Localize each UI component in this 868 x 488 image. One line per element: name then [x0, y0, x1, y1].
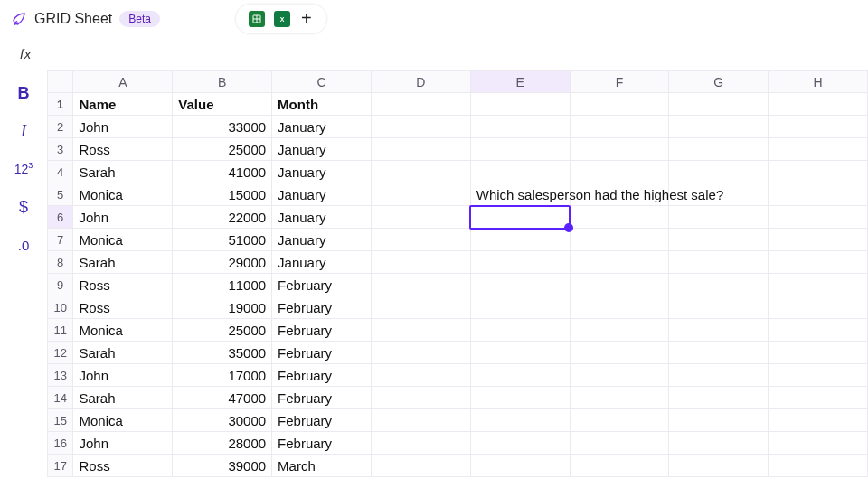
italic-button[interactable]: I: [8, 117, 39, 145]
row-header[interactable]: 17: [48, 455, 73, 477]
cell-F11[interactable]: [570, 319, 669, 342]
cell-A13[interactable]: John: [73, 364, 173, 387]
cell-C15[interactable]: February: [272, 409, 372, 432]
row-header[interactable]: 3: [48, 138, 73, 161]
cell-D11[interactable]: [371, 319, 470, 342]
cell-E10[interactable]: [470, 296, 570, 319]
cell-A3[interactable]: Ross: [73, 138, 173, 161]
cell-F14[interactable]: [570, 387, 669, 409]
cell-G10[interactable]: [669, 296, 769, 319]
cell-D9[interactable]: [371, 274, 470, 296]
cell-F15[interactable]: [570, 409, 669, 432]
cell-B6[interactable]: 22000: [173, 206, 272, 229]
cell-A2[interactable]: John: [73, 116, 173, 138]
cell-E3[interactable]: [470, 138, 570, 161]
cell-E5[interactable]: Which salesperson had the highest sale?: [470, 183, 570, 206]
cell-F4[interactable]: [570, 161, 669, 183]
cell-E13[interactable]: [470, 364, 570, 387]
cell-H8[interactable]: [769, 251, 868, 274]
row-header[interactable]: 4: [48, 161, 73, 183]
cell-H14[interactable]: [769, 387, 868, 409]
cell-B17[interactable]: 39000: [173, 455, 272, 477]
cell-E12[interactable]: [470, 342, 570, 364]
cell-B11[interactable]: 25000: [173, 319, 272, 342]
cell-E1[interactable]: [470, 93, 570, 116]
cell-D10[interactable]: [371, 296, 470, 319]
cell-C4[interactable]: January: [272, 161, 372, 183]
cell-A11[interactable]: Monica: [73, 319, 173, 342]
number-format-button[interactable]: 123: [8, 155, 39, 183]
cell-C13[interactable]: February: [272, 364, 372, 387]
cell-E2[interactable]: [470, 116, 570, 138]
cell-F9[interactable]: [570, 274, 669, 296]
select-all-corner[interactable]: [48, 71, 73, 93]
spreadsheet-grid[interactable]: A B C D E F G H 1NameValueMonth2John3300…: [47, 70, 868, 488]
cell-G17[interactable]: [669, 455, 769, 477]
cell-C12[interactable]: February: [272, 342, 372, 364]
cell-F6[interactable]: [570, 206, 669, 229]
cell-B10[interactable]: 19000: [173, 296, 272, 319]
cell-A9[interactable]: Ross: [73, 274, 173, 296]
cell-H1[interactable]: [769, 93, 868, 116]
cell-A12[interactable]: Sarah: [73, 342, 173, 364]
cell-D4[interactable]: [371, 161, 470, 183]
cell-D14[interactable]: [371, 387, 470, 409]
cell-D6[interactable]: [371, 206, 470, 229]
col-header-G[interactable]: G: [669, 71, 769, 93]
cell-A10[interactable]: Ross: [73, 296, 173, 319]
cell-C11[interactable]: February: [272, 319, 372, 342]
cell-B4[interactable]: 41000: [173, 161, 272, 183]
cell-D12[interactable]: [371, 342, 470, 364]
cell-H3[interactable]: [769, 138, 868, 161]
cell-B14[interactable]: 47000: [173, 387, 272, 409]
cell-E6[interactable]: [470, 206, 570, 229]
col-header-C[interactable]: C: [272, 71, 372, 93]
col-header-B[interactable]: B: [173, 71, 272, 93]
cell-H16[interactable]: [769, 432, 868, 455]
cell-E11[interactable]: [470, 319, 570, 342]
row-header[interactable]: 2: [48, 116, 73, 138]
formula-bar[interactable]: fx: [0, 38, 868, 70]
cell-B8[interactable]: 29000: [173, 251, 272, 274]
cell-G9[interactable]: [669, 274, 769, 296]
cell-D17[interactable]: [371, 455, 470, 477]
excel-icon[interactable]: X: [274, 11, 290, 27]
cell-D7[interactable]: [371, 229, 470, 251]
cell-C10[interactable]: February: [272, 296, 372, 319]
cell-G4[interactable]: [669, 161, 769, 183]
cell-A8[interactable]: Sarah: [73, 251, 173, 274]
cell-C7[interactable]: January: [272, 229, 372, 251]
row-header[interactable]: 6: [48, 206, 73, 229]
cell-F2[interactable]: [570, 116, 669, 138]
cell-B5[interactable]: 15000: [173, 183, 272, 206]
cell-F16[interactable]: [570, 432, 669, 455]
cell-G11[interactable]: [669, 319, 769, 342]
cell-D3[interactable]: [371, 138, 470, 161]
cell-A16[interactable]: John: [73, 432, 173, 455]
bold-button[interactable]: B: [8, 80, 39, 107]
row-header[interactable]: 11: [48, 319, 73, 342]
cell-B13[interactable]: 17000: [173, 364, 272, 387]
cell-F12[interactable]: [570, 342, 669, 364]
cell-C6[interactable]: January: [272, 206, 372, 229]
cell-D8[interactable]: [371, 251, 470, 274]
cell-H9[interactable]: [769, 274, 868, 296]
decimal-format-button[interactable]: .0: [8, 231, 39, 258]
cell-H4[interactable]: [769, 161, 868, 183]
cell-H11[interactable]: [769, 319, 868, 342]
row-header[interactable]: 10: [48, 296, 73, 319]
cell-A15[interactable]: Monica: [73, 409, 173, 432]
cell-F13[interactable]: [570, 364, 669, 387]
cell-H5[interactable]: [769, 183, 868, 206]
cell-C5[interactable]: January: [272, 183, 372, 206]
add-source-button[interactable]: +: [299, 8, 314, 29]
cell-H12[interactable]: [769, 342, 868, 364]
cell-C2[interactable]: January: [272, 116, 372, 138]
cell-G2[interactable]: [669, 116, 769, 138]
cell-E16[interactable]: [470, 432, 570, 455]
cell-G15[interactable]: [669, 409, 769, 432]
cell-B16[interactable]: 28000: [173, 432, 272, 455]
col-header-H[interactable]: H: [769, 71, 868, 93]
cell-G8[interactable]: [669, 251, 769, 274]
currency-format-button[interactable]: $: [8, 193, 39, 221]
